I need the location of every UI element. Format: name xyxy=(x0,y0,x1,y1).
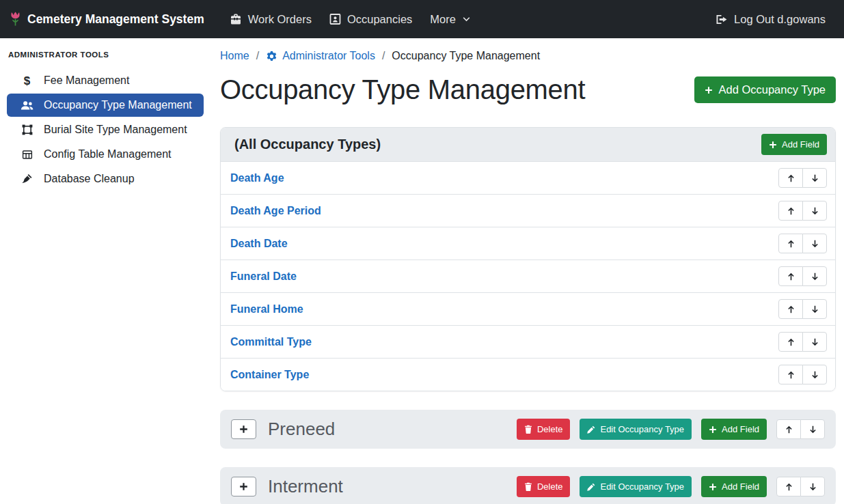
move-down-button[interactable] xyxy=(802,168,827,188)
plus-icon xyxy=(769,141,777,149)
arrow-up-icon xyxy=(787,173,795,183)
flower-logo-icon xyxy=(10,11,21,27)
arrow-up-icon xyxy=(787,206,795,216)
sidebar-item[interactable]: Database Cleanup xyxy=(7,167,204,191)
delete-button[interactable]: Delete xyxy=(517,476,571,497)
move-up-button[interactable] xyxy=(778,234,803,253)
nav-work-orders[interactable]: Work Orders xyxy=(221,8,321,31)
field-link[interactable]: Funeral Date xyxy=(230,270,297,283)
gear-icon xyxy=(266,51,277,62)
move-up-button[interactable] xyxy=(776,477,801,496)
field-row: Committal Type xyxy=(221,325,835,358)
toolbox-icon xyxy=(230,14,242,25)
field-row: Container Type xyxy=(221,358,835,391)
arrow-down-icon xyxy=(811,206,819,216)
expand-button[interactable] xyxy=(231,419,256,439)
move-up-button[interactable] xyxy=(778,168,803,188)
move-down-button[interactable] xyxy=(802,332,827,352)
arrow-down-icon xyxy=(811,173,819,183)
plus-icon xyxy=(239,425,248,434)
sidebar-item-label: Burial Site Type Management xyxy=(44,124,187,136)
field-link[interactable]: Death Age Period xyxy=(230,205,321,217)
logout-link[interactable]: Log Out d.gowans xyxy=(707,8,834,31)
delete-button[interactable]: Delete xyxy=(517,419,571,440)
breadcrumb-home-link[interactable]: Home xyxy=(220,50,249,62)
move-up-button[interactable] xyxy=(778,299,803,319)
arrow-up-icon xyxy=(787,370,795,380)
reorder-buttons xyxy=(776,477,825,496)
breadcrumb-admin-tools-link[interactable]: Administrator Tools xyxy=(266,50,375,62)
arrow-up-icon xyxy=(787,337,795,347)
plus-icon xyxy=(709,483,717,491)
reorder-buttons xyxy=(778,266,827,286)
card-header: (All Occupancy Types) Add Field xyxy=(221,128,835,161)
move-down-button[interactable] xyxy=(800,477,825,496)
edit-occupancy-type-button[interactable]: Edit Occupancy Type xyxy=(580,419,692,440)
move-down-button[interactable] xyxy=(800,419,825,439)
app-brand[interactable]: Cemetery Management System xyxy=(10,11,204,27)
sidebar-item-label: Database Cleanup xyxy=(44,173,135,185)
field-link[interactable]: Death Date xyxy=(230,238,288,250)
pencil-icon xyxy=(587,425,595,434)
reorder-buttons xyxy=(778,299,827,319)
move-up-button[interactable] xyxy=(778,201,803,221)
sidebar-item-label: Occupancy Type Management xyxy=(44,99,192,111)
move-up-button[interactable] xyxy=(778,365,803,384)
section-title: Interment xyxy=(268,476,343,497)
plus-icon xyxy=(709,425,717,434)
nav-occupancies[interactable]: Occupancies xyxy=(321,8,421,31)
reorder-buttons xyxy=(778,201,827,221)
reorder-buttons xyxy=(778,332,827,352)
add-occupancy-type-button[interactable]: Add Occupancy Type xyxy=(694,76,836,103)
add-field-button[interactable]: Add Field xyxy=(701,419,767,440)
expand-button[interactable] xyxy=(231,477,256,496)
move-down-button[interactable] xyxy=(802,201,827,221)
trash-icon xyxy=(524,425,532,434)
breadcrumb-separator: / xyxy=(382,50,385,62)
reorder-buttons xyxy=(776,419,825,439)
sidebar-item[interactable]: Burial Site Type Management xyxy=(7,118,204,141)
move-down-button[interactable] xyxy=(802,234,827,253)
arrow-down-icon xyxy=(811,239,819,249)
pencil-icon xyxy=(587,483,595,491)
edit-occupancy-type-button[interactable]: Edit Occupancy Type xyxy=(580,476,692,497)
arrow-down-icon xyxy=(808,482,817,492)
trash-icon xyxy=(524,482,532,491)
sidebar-item[interactable]: Occupancy Type Management xyxy=(7,94,204,117)
move-up-button[interactable] xyxy=(778,332,803,352)
sidebar-item[interactable]: $ Fee Management xyxy=(7,69,204,92)
move-down-button[interactable] xyxy=(802,266,827,286)
users-icon xyxy=(19,100,35,111)
field-row: Death Date xyxy=(221,227,835,260)
field-link[interactable]: Container Type xyxy=(230,369,309,381)
chevron-down-icon xyxy=(462,15,471,24)
arrow-up-icon xyxy=(787,272,795,281)
sidebar-item[interactable]: Config Table Management xyxy=(7,143,204,166)
arrow-down-icon xyxy=(808,425,817,434)
app-title: Cemetery Management System xyxy=(27,12,204,27)
add-field-button[interactable]: Add Field xyxy=(701,476,767,497)
arrow-up-icon xyxy=(785,482,793,492)
field-link[interactable]: Committal Type xyxy=(230,336,312,348)
plus-icon xyxy=(705,86,713,94)
table-icon xyxy=(19,150,35,160)
sidebar-heading: ADMINISTRATOR TOOLS xyxy=(0,45,210,68)
title-row: Occupancy Type Management Add Occupancy … xyxy=(220,74,836,105)
move-down-button[interactable] xyxy=(802,365,827,384)
field-row: Death Age xyxy=(221,161,835,194)
move-down-button[interactable] xyxy=(802,299,827,319)
plus-icon xyxy=(239,482,248,491)
page-title: Occupancy Type Management xyxy=(220,74,585,105)
frame-icon xyxy=(19,124,35,135)
add-field-button[interactable]: Add Field xyxy=(761,134,827,155)
field-row: Death Age Period xyxy=(221,194,835,227)
move-up-button[interactable] xyxy=(778,266,803,286)
field-link[interactable]: Funeral Home xyxy=(230,303,303,316)
breadcrumb: Home / Administrator Tools / Occupancy T… xyxy=(220,50,836,62)
occupancy-type-section: Preneed Delete Edit Occupancy Type Add F… xyxy=(220,410,836,449)
move-up-button[interactable] xyxy=(776,419,801,439)
nav-more[interactable]: More xyxy=(421,8,480,31)
field-row: Funeral Home xyxy=(221,292,835,325)
field-link[interactable]: Death Age xyxy=(230,172,284,184)
person-frame-icon xyxy=(329,14,341,25)
